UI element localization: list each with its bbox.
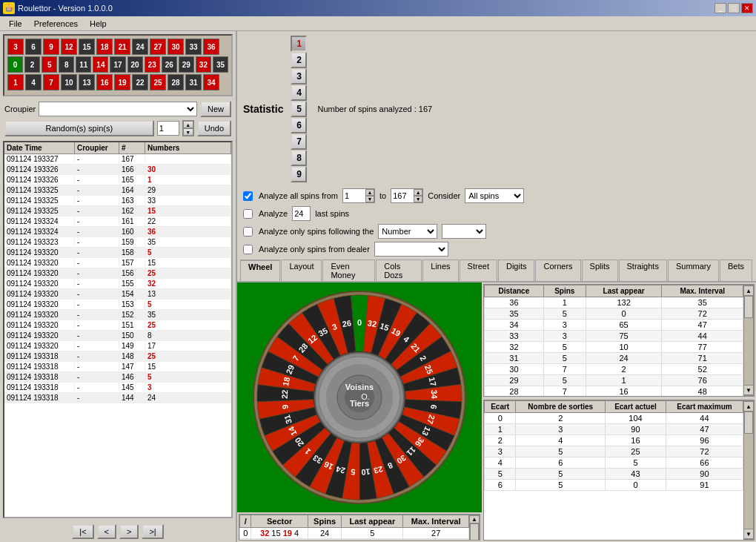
last-page-btn[interactable]: >| bbox=[142, 524, 163, 539]
number-cell-32[interactable]: 32 bbox=[196, 56, 211, 73]
stat-btn-4[interactable]: 4 bbox=[291, 85, 307, 101]
first-page-btn[interactable]: |< bbox=[72, 524, 93, 539]
number-cell-19[interactable]: 19 bbox=[114, 74, 130, 90]
spin-up-arrow[interactable]: ▲ bbox=[183, 121, 193, 128]
following-val-select[interactable] bbox=[442, 224, 486, 239]
top-scroll[interactable]: ▲ ▼ bbox=[743, 285, 754, 396]
tab-cols-dozs[interactable]: Cols Dozs bbox=[376, 260, 422, 281]
table-row[interactable]: 091124 193320 - 155 32 bbox=[4, 279, 231, 289]
number-cell-5[interactable]: 5 bbox=[42, 56, 57, 73]
number-cell-31[interactable]: 31 bbox=[185, 74, 202, 90]
from-down[interactable]: ▼ bbox=[365, 196, 374, 202]
spin-down-arrow[interactable]: ▼ bbox=[183, 128, 193, 136]
number-cell-12[interactable]: 12 bbox=[61, 39, 77, 55]
analyze-last-checkbox[interactable] bbox=[243, 209, 253, 219]
stat-btn-6[interactable]: 6 bbox=[291, 117, 307, 133]
stat-btn-5[interactable]: 5 bbox=[291, 101, 307, 117]
table-row[interactable]: 091124 193318 - 144 24 bbox=[4, 393, 231, 403]
tab-wheel[interactable]: Wheel bbox=[240, 260, 280, 281]
number-cell-20[interactable]: 20 bbox=[127, 56, 143, 73]
minimize-btn[interactable]: _ bbox=[714, 3, 726, 13]
from-input[interactable]: 1 bbox=[343, 189, 365, 202]
number-cell-25[interactable]: 25 bbox=[150, 74, 166, 90]
next-page-btn[interactable]: > bbox=[119, 524, 139, 539]
stat-btn-2[interactable]: 2 bbox=[291, 52, 307, 68]
number-cell-36[interactable]: 36 bbox=[203, 39, 219, 55]
close-btn[interactable]: ✕ bbox=[741, 3, 753, 13]
number-cell-21[interactable]: 21 bbox=[114, 39, 130, 55]
bottom-scroll-up[interactable]: ▲ bbox=[743, 401, 754, 412]
number-cell-2[interactable]: 2 bbox=[24, 56, 40, 73]
croupier-select[interactable] bbox=[39, 102, 197, 116]
number-cell-14[interactable]: 14 bbox=[93, 56, 108, 73]
bottom-scroll-down[interactable]: ▼ bbox=[743, 529, 754, 539]
number-cell-26[interactable]: 26 bbox=[162, 56, 177, 73]
prev-page-btn[interactable]: < bbox=[97, 524, 116, 539]
analyze-following-checkbox[interactable] bbox=[243, 227, 253, 237]
table-row[interactable]: 091124 193327 - 167 bbox=[4, 154, 231, 165]
dealer-select[interactable] bbox=[374, 242, 448, 257]
number-cell-34[interactable]: 34 bbox=[203, 74, 219, 90]
number-cell-1[interactable]: 1 bbox=[7, 74, 24, 90]
number-cell-22[interactable]: 22 bbox=[132, 74, 148, 90]
bottom-scroll[interactable]: ▲ ▼ bbox=[743, 400, 754, 540]
table-row[interactable]: 091124 193320 - 157 15 bbox=[4, 258, 231, 268]
top-scroll-down[interactable]: ▼ bbox=[743, 385, 754, 395]
number-cell-11[interactable]: 11 bbox=[76, 56, 91, 73]
sector-scroll[interactable]: ▲ ▼ bbox=[469, 515, 480, 540]
table-row[interactable]: 091124 193320 - 153 5 bbox=[4, 300, 231, 310]
menu-preferences[interactable]: Preferences bbox=[28, 18, 84, 30]
number-cell-23[interactable]: 23 bbox=[145, 56, 160, 73]
table-body[interactable]: 091124 193327 - 167 091124 193326 - 166 … bbox=[4, 154, 231, 518]
tab-digits[interactable]: Digits bbox=[498, 260, 535, 281]
number-cell-29[interactable]: 29 bbox=[179, 56, 194, 73]
number-cell-35[interactable]: 35 bbox=[213, 56, 228, 73]
table-row[interactable]: 091124 193320 - 151 25 bbox=[4, 320, 231, 331]
sector-table-scroll[interactable]: / Sector Spins Last appear Max. Interval… bbox=[239, 515, 469, 540]
tab-straights[interactable]: Straights bbox=[619, 260, 667, 281]
stat-btn-8[interactable]: 8 bbox=[291, 150, 307, 166]
stat-btn-9[interactable]: 9 bbox=[291, 166, 307, 182]
menu-help[interactable]: Help bbox=[84, 18, 113, 30]
spin-stepper[interactable]: ▲ ▼ bbox=[182, 120, 194, 136]
new-button[interactable]: New bbox=[200, 101, 231, 117]
table-row[interactable]: 091124 193320 - 149 17 bbox=[4, 341, 231, 351]
table-row[interactable]: 091124 193325 - 162 15 bbox=[4, 206, 231, 217]
tab-corners[interactable]: Corners bbox=[535, 260, 580, 281]
tab-even-money[interactable]: Even Money bbox=[322, 260, 375, 281]
spin-count[interactable]: 1 bbox=[157, 121, 179, 136]
table-row[interactable]: 091124 193324 - 161 22 bbox=[4, 217, 231, 227]
tab-splits[interactable]: Splits bbox=[582, 260, 618, 281]
tab-bets[interactable]: Bets bbox=[720, 260, 752, 281]
to-up[interactable]: ▲ bbox=[414, 189, 422, 196]
random-button[interactable]: Random(s) spin(s) bbox=[4, 120, 154, 136]
table-row[interactable]: 091124 193318 - 147 15 bbox=[4, 362, 231, 372]
number-cell-24[interactable]: 24 bbox=[132, 39, 148, 55]
number-cell-30[interactable]: 30 bbox=[168, 39, 184, 55]
table-row[interactable]: 091124 193326 - 165 1 bbox=[4, 175, 231, 185]
menu-file[interactable]: File bbox=[3, 18, 28, 30]
maximize-btn[interactable]: □ bbox=[728, 3, 740, 13]
number-cell-6[interactable]: 6 bbox=[25, 39, 42, 55]
table-row[interactable]: 091124 193320 - 154 13 bbox=[4, 289, 231, 300]
scroll-up-arrow[interactable]: ▲ bbox=[469, 515, 480, 523]
table-row[interactable]: 091124 193320 - 150 8 bbox=[4, 331, 231, 341]
analyze-all-checkbox[interactable] bbox=[243, 191, 253, 201]
analyze-dealer-checkbox[interactable] bbox=[243, 245, 253, 254]
table-row[interactable]: 091124 193326 - 166 30 bbox=[4, 165, 231, 175]
number-cell-27[interactable]: 27 bbox=[150, 39, 166, 55]
number-cell-18[interactable]: 18 bbox=[96, 39, 113, 55]
tab-street[interactable]: Street bbox=[460, 260, 497, 281]
table-row[interactable]: 091124 193325 - 164 29 bbox=[4, 185, 231, 196]
number-cell-10[interactable]: 10 bbox=[61, 74, 77, 90]
to-input[interactable]: 167 bbox=[391, 189, 414, 202]
consider-select[interactable]: All spins bbox=[465, 188, 524, 203]
table-row[interactable]: 091124 193318 - 146 5 bbox=[4, 372, 231, 383]
stat-btn-1[interactable]: 1 bbox=[291, 36, 307, 52]
table-row[interactable]: 091124 193318 - 145 3 bbox=[4, 383, 231, 393]
following-select[interactable]: Number bbox=[378, 224, 437, 239]
number-cell-17[interactable]: 17 bbox=[110, 56, 125, 73]
last-num-input[interactable]: 24 bbox=[292, 206, 311, 221]
undo-button[interactable]: Undo bbox=[197, 120, 231, 136]
tab-summary[interactable]: Summary bbox=[668, 260, 719, 281]
